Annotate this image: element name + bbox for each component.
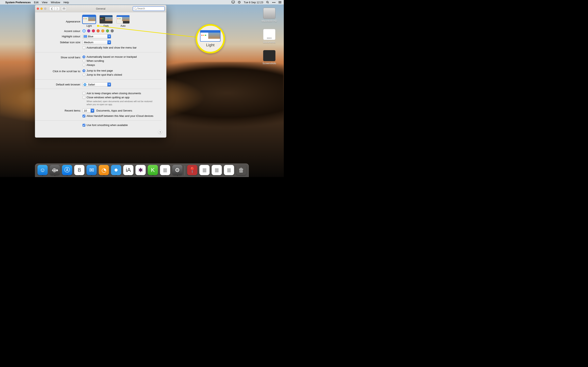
desktop-icon-label: Documents (263, 41, 276, 44)
forward-button[interactable]: ❯ (54, 7, 60, 11)
search-input[interactable] (133, 7, 164, 11)
help-button[interactable]: ? (158, 130, 162, 134)
zoom-button[interactable] (44, 8, 46, 10)
default-browser-label: Default web browser: (35, 82, 82, 86)
dock-item-textedit[interactable]: ≣ (160, 165, 171, 176)
running-indicator-dot (128, 175, 129, 176)
highlight-color-label: Highlight colour: (35, 34, 82, 38)
window-traffic-lights (37, 8, 46, 10)
dock-item-trash[interactable]: 🗑 (236, 165, 247, 176)
app-icon: ≣ (199, 165, 210, 175)
window-titlebar[interactable]: ❮ ❯ General (35, 5, 166, 12)
callout-label: Light (206, 43, 214, 47)
dock-item-launchpad[interactable]: ⟴ (50, 165, 60, 176)
click-radio-spot[interactable]: Jump to the spot that's clicked (82, 73, 162, 76)
svg-line-4 (268, 3, 269, 3)
appearance-option-label: Dark (104, 25, 109, 27)
divider (35, 79, 162, 80)
ask-keep-changes-checkbox[interactable]: Ask to keep changes when closing documen… (82, 92, 162, 95)
dock-item-calendar[interactable]: 8 (74, 165, 85, 176)
desktop-icon-macintosh-hd[interactable]: Macintosh HD (261, 8, 277, 22)
accent-swatch[interactable] (82, 29, 86, 33)
app-menu[interactable]: System Preferences (5, 1, 31, 4)
dock-item-app-store[interactable]: Ⓐ (62, 165, 72, 176)
running-indicator-dot (165, 175, 165, 176)
autohide-menubar-checkbox[interactable]: Automatically hide and show the menu bar (82, 46, 162, 49)
notification-center-icon[interactable] (278, 1, 282, 4)
dock-item-doc2[interactable]: ≣ (212, 165, 222, 176)
dock-item-tot[interactable]: ◔ (99, 165, 109, 176)
running-indicator-dot (140, 175, 141, 176)
accent-color-label: Accent colour: (35, 29, 82, 33)
accent-swatch[interactable] (111, 29, 114, 33)
spotlight-icon[interactable] (266, 1, 269, 4)
recent-items-select[interactable]: 10 (82, 108, 94, 113)
app-icon: ◔ (99, 165, 109, 175)
sidebar-icon-size-select[interactable]: Medium (82, 40, 111, 44)
app-icon: ✱ (136, 165, 146, 175)
running-indicator-dot (54, 175, 55, 176)
show-scroll-bars-label: Show scroll bars: (35, 55, 82, 59)
scroll-radio-always[interactable]: Always (82, 63, 162, 67)
close-button[interactable] (37, 8, 39, 10)
app-icon: 📍 (187, 165, 198, 175)
click-radio-nextpage[interactable]: Jump to the next page (82, 69, 162, 72)
back-button[interactable]: ❮ (49, 7, 54, 11)
show-all-button[interactable] (61, 7, 67, 11)
menubar: System Preferences Edit View Window Help… (0, 0, 284, 4)
appearance-option-light[interactable]: Light (82, 15, 96, 27)
app-icon: ✉ (86, 165, 97, 175)
drive-icon (263, 8, 276, 19)
click-scrollbar-label: Click in the scroll bar to: (35, 69, 82, 73)
dock-item-mail[interactable]: ✉ (86, 165, 97, 176)
highlight-color-select[interactable]: Blue (82, 34, 111, 39)
app-icon: 🗑 (236, 165, 246, 175)
close-windows-checkbox[interactable]: Close windows when quitting an app (82, 96, 162, 99)
divider (35, 89, 162, 89)
menu-help[interactable]: Help (63, 1, 69, 4)
siri-icon[interactable]: ••• (272, 1, 276, 4)
menu-window[interactable]: Window (51, 1, 60, 4)
accent-swatch[interactable] (87, 29, 90, 33)
dock-item-emerald[interactable]: K (148, 165, 158, 176)
desktop-icon-screenshots[interactable]: Screenshots (263, 50, 276, 65)
dock-item-system-preferences[interactable]: ⚙ (172, 165, 183, 176)
clock-datetime[interactable]: Tue 8 Sep 12:23 (244, 1, 263, 4)
app-icon: ≣ (212, 165, 222, 175)
scroll-radio-auto[interactable]: Automatically based on mouse or trackpad (82, 55, 162, 58)
accent-swatch[interactable] (101, 29, 104, 33)
accent-swatch[interactable] (92, 29, 95, 33)
desktop-icon-documents[interactable]: DOCX Documents (263, 29, 276, 44)
dock-item-slack[interactable]: ✱ (135, 165, 146, 176)
dock-item-doc3[interactable]: ≣ (224, 165, 234, 176)
scroll-radio-whenscrolling[interactable]: When scrolling (82, 59, 162, 62)
minimize-button[interactable] (40, 8, 43, 10)
app-icon: K (148, 165, 158, 175)
preference-pane-content: Appearance: Light Dark Auto Accent colou… (35, 12, 166, 137)
appearance-option-auto[interactable]: Auto (116, 15, 130, 27)
dock-item-finder[interactable]: ☺ (37, 165, 48, 176)
running-indicator-dot (79, 175, 80, 176)
system-preferences-window: ❮ ❯ General Appearance: Light Dark (35, 5, 166, 138)
dock-item-safari[interactable]: ✦ (111, 165, 121, 176)
desktop-icons: Macintosh HD DOCX Documents Screenshots (258, 8, 281, 65)
app-icon: ☺ (38, 165, 48, 175)
dock-separator (185, 166, 185, 175)
dock-item-doc1[interactable]: ≣ (199, 165, 210, 176)
sidebar-icon-size-label: Sidebar icon size: (35, 40, 82, 44)
accent-swatch[interactable] (96, 29, 100, 33)
menu-view[interactable]: View (42, 1, 48, 4)
dock-item-pin[interactable]: 📍 (187, 165, 198, 176)
font-smoothing-checkbox[interactable]: Use font smoothing when available (82, 124, 162, 127)
dock-item-ia-writer[interactable]: iA (123, 165, 134, 176)
display-menu-icon[interactable] (232, 1, 235, 4)
handoff-checkbox[interactable]: Allow Handoff between this Mac and your … (82, 114, 162, 117)
running-indicator-dot (177, 175, 178, 176)
divider (35, 52, 162, 52)
accent-swatch[interactable] (106, 29, 109, 33)
time-machine-icon[interactable] (238, 1, 241, 4)
menu-edit[interactable]: Edit (34, 1, 38, 4)
default-browser-select[interactable]: Safari (82, 82, 111, 87)
appearance-light-preview (200, 30, 221, 42)
appearance-option-dark[interactable]: Dark (99, 15, 113, 27)
